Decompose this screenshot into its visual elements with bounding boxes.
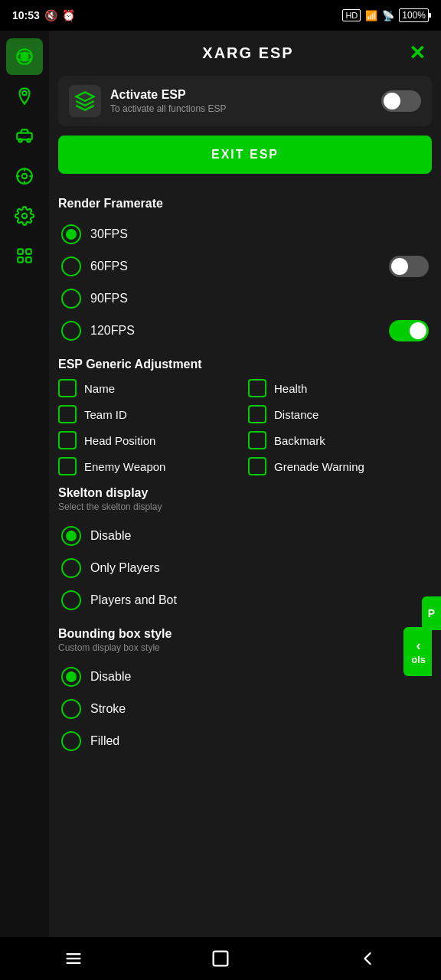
svg-rect-14	[18, 249, 22, 254]
alarm-icon: ⏰	[62, 9, 75, 21]
skelton-disable-label: Disable	[90, 529, 131, 543]
checkbox-health[interactable]: Health	[248, 379, 432, 397]
skelton-onlyplayers-option[interactable]: Only Players	[58, 552, 432, 584]
fps-90-row: 90FPS	[58, 283, 432, 315]
fps-60-row: 60FPS	[58, 250, 432, 283]
svg-point-8	[22, 174, 28, 179]
fps-120-radio[interactable]	[61, 321, 81, 341]
fps-120-row: 120FPS	[58, 315, 432, 347]
checkbox-enemyweapon-box[interactable]	[58, 457, 77, 475]
checkbox-name[interactable]: Name	[58, 379, 242, 397]
svg-point-3	[22, 91, 26, 95]
activate-esp-icon	[69, 85, 101, 117]
skelton-display-title: Skelton display	[58, 486, 432, 500]
skelton-playersandbot-radio[interactable]	[61, 590, 81, 610]
time-label: 10:53	[12, 9, 40, 21]
bbox-disable-radio[interactable]	[61, 667, 81, 687]
checkbox-health-label: Health	[274, 382, 307, 395]
checkbox-headposition-box[interactable]	[58, 431, 77, 449]
app-header: XARG ESP ✕	[49, 31, 441, 76]
fps-60-toggle[interactable]	[389, 256, 429, 277]
sidebar	[0, 31, 49, 937]
nav-home-button[interactable]	[201, 943, 240, 974]
fps-30-label: 30FPS	[90, 227, 128, 241]
bbox-filled-option[interactable]: Filled	[58, 725, 432, 757]
render-framerate-title: Render Framerate	[58, 197, 432, 211]
status-bar: 10:53 🔇 ⏰ HD 📶 📡 100%	[0, 0, 441, 31]
checkbox-headposition[interactable]: Head Position	[58, 431, 242, 449]
skelton-onlyplayers-label: Only Players	[90, 561, 160, 575]
checkbox-backmark[interactable]: Backmark	[248, 431, 432, 449]
svg-rect-15	[26, 249, 31, 254]
activate-esp-subtitle: To activate all functions ESP	[110, 103, 372, 114]
signal-icon: 📶	[365, 10, 377, 21]
checkbox-health-box[interactable]	[248, 379, 266, 397]
checkbox-teamid-box[interactable]	[58, 405, 77, 423]
checkbox-enemyweapon-label: Enemy Weapon	[84, 460, 165, 473]
bbox-filled-radio[interactable]	[61, 731, 81, 751]
bbox-disable-label: Disable	[90, 670, 131, 684]
activate-esp-card: Activate ESP To activate all functions E…	[58, 76, 432, 126]
checkbox-distance-box[interactable]	[248, 405, 266, 423]
esp-generic-title: ESP Generic Adjustment	[58, 358, 432, 371]
fps-60-label: 60FPS	[90, 260, 128, 273]
nav-menu-button[interactable]	[54, 943, 93, 974]
sidebar-item-misc[interactable]	[6, 237, 43, 274]
skelton-playersandbot-option[interactable]: Players and Bot	[58, 584, 432, 616]
fps-90-label: 90FPS	[90, 292, 128, 305]
exit-esp-button[interactable]: EXIT ESP	[58, 136, 432, 174]
main-panel: Activate ESP To activate all functions E…	[49, 76, 441, 937]
status-right: HD 📶 📡 100%	[342, 8, 429, 22]
svg-rect-17	[26, 257, 31, 263]
checkbox-enemyweapon[interactable]: Enemy Weapon	[58, 457, 242, 475]
fps-60-option[interactable]: 60FPS	[58, 250, 131, 283]
checkbox-backmark-label: Backmark	[274, 434, 325, 447]
fps-30-row: 30FPS	[58, 218, 432, 250]
fps-120-option[interactable]: 120FPS	[58, 315, 138, 347]
fps-30-option[interactable]: 30FPS	[58, 218, 131, 250]
fps-60-radio[interactable]	[61, 256, 81, 276]
checkbox-backmark-box[interactable]	[248, 431, 266, 449]
sidebar-item-settings[interactable]	[6, 198, 43, 234]
svg-rect-21	[214, 952, 228, 966]
bbox-stroke-radio[interactable]	[61, 699, 81, 719]
activate-esp-toggle[interactable]	[381, 90, 421, 112]
bounding-box-title: Bounding box style	[58, 627, 432, 641]
close-button[interactable]: ✕	[409, 41, 426, 65]
bbox-disable-option[interactable]: Disable	[58, 661, 432, 693]
checkbox-grenadewarning[interactable]: Grenade Warning	[248, 457, 432, 475]
fps-30-radio[interactable]	[61, 224, 81, 244]
fps-120-label: 120FPS	[90, 324, 135, 338]
checkbox-headposition-label: Head Position	[84, 434, 155, 447]
wifi-icon: 📡	[382, 10, 394, 21]
skelton-disable-radio[interactable]	[61, 526, 81, 546]
bottom-nav	[0, 937, 441, 980]
hd-badge: HD	[342, 9, 361, 21]
bbox-stroke-option[interactable]: Stroke	[58, 693, 432, 725]
skelton-onlyplayers-radio[interactable]	[61, 558, 81, 578]
mute-icon: 🔇	[44, 9, 57, 21]
fps-120-toggle[interactable]	[389, 320, 429, 341]
fps-90-radio[interactable]	[61, 289, 81, 309]
svg-point-1	[21, 54, 28, 60]
skelton-disable-option[interactable]: Disable	[58, 520, 432, 552]
sidebar-item-esp[interactable]	[6, 38, 43, 75]
bounding-box-subtitle: Custom display box style	[58, 642, 432, 653]
svg-rect-16	[18, 257, 22, 263]
bbox-filled-label: Filled	[90, 734, 119, 748]
fps-90-option[interactable]: 90FPS	[58, 283, 131, 315]
nav-back-button[interactable]	[348, 943, 387, 974]
bounding-section-wrapper: ‹ ols Bounding box style Custom display …	[58, 627, 432, 757]
status-left: 10:53 🔇 ⏰	[12, 9, 75, 21]
float-p-button[interactable]: P	[422, 596, 441, 630]
checkbox-distance[interactable]: Distance	[248, 405, 432, 423]
sidebar-item-aim[interactable]	[6, 158, 43, 194]
sidebar-item-location[interactable]	[6, 78, 43, 115]
checkbox-teamid[interactable]: Team ID	[58, 405, 242, 423]
checkbox-grenadewarning-box[interactable]	[248, 457, 266, 475]
float-tools-button[interactable]: ‹ ols	[403, 627, 432, 676]
checkbox-name-box[interactable]	[58, 379, 77, 397]
float-arrow-icon: ‹	[416, 638, 421, 654]
checkbox-grenadewarning-label: Grenade Warning	[274, 460, 364, 473]
sidebar-item-vehicle[interactable]	[6, 118, 43, 155]
